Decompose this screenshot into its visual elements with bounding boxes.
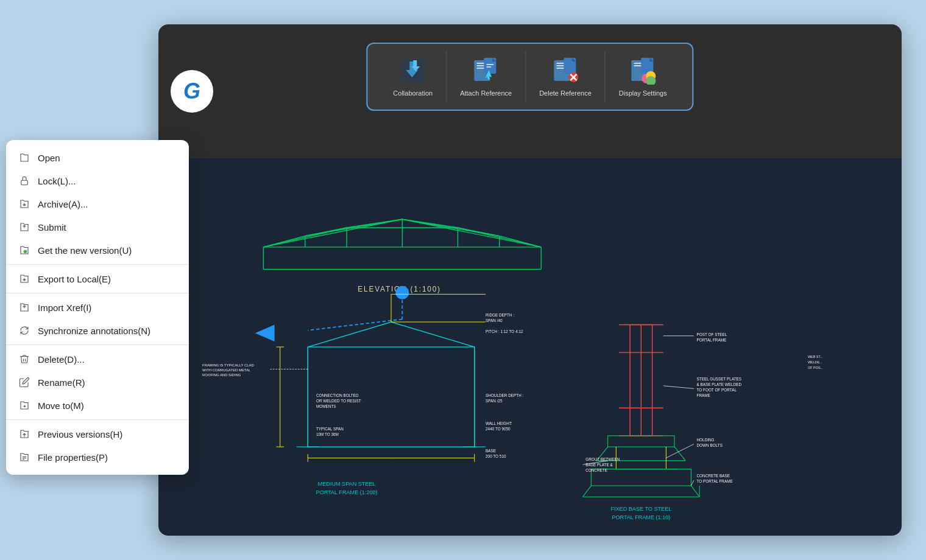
attach-reference-icon <box>472 56 501 85</box>
menu-item-file-properties[interactable]: File properties(P) <box>6 446 189 469</box>
separator-2 <box>6 293 189 293</box>
delete-reference-button[interactable]: Delete Reference <box>526 51 606 102</box>
svg-text:WITH CORRUGATED METAL: WITH CORRUGATED METAL <box>202 368 251 372</box>
svg-point-55 <box>395 286 409 299</box>
context-menu: Open Lock(L)... Archive(A)... Submit <box>6 140 189 475</box>
svg-text:FRAMING IS TYPICALLY CLAD: FRAMING IS TYPICALLY CLAD <box>202 363 254 367</box>
move-to-icon <box>18 399 30 411</box>
svg-rect-9 <box>487 64 494 65</box>
menu-item-synchronize[interactable]: Synchronize annotations(N) <box>6 319 189 342</box>
menu-item-import-xref[interactable]: Import Xref(I) <box>6 296 189 319</box>
export-local-label: Export to Local(E) <box>38 274 111 284</box>
menu-item-lock[interactable]: Lock(L)... <box>6 169 189 192</box>
menu-item-open[interactable]: Open <box>6 146 189 169</box>
svg-text:PITCH : 1:12 TO 4:12: PITCH : 1:12 TO 4:12 <box>486 329 523 334</box>
svg-text:10M TO 36M: 10M TO 36M <box>316 432 339 436</box>
file-properties-icon <box>18 451 30 463</box>
menu-item-delete[interactable]: Delete(D)... <box>6 348 189 371</box>
svg-text:CONNECTION BOLTED: CONNECTION BOLTED <box>316 393 359 397</box>
svg-text:CONCRETE: CONCRETE <box>585 468 607 472</box>
lock-label: Lock(L)... <box>38 176 76 186</box>
svg-text:RIDGE DEPTH :: RIDGE DEPTH : <box>486 313 514 317</box>
logo-letter: G <box>183 79 200 104</box>
import-xref-label: Import Xref(I) <box>38 303 91 313</box>
svg-text:WEB ST...: WEB ST... <box>808 355 823 359</box>
get-new-version-label: Get the new version(U) <box>38 245 132 256</box>
svg-text:TYPICAL SPAN: TYPICAL SPAN <box>316 427 344 431</box>
menu-item-submit[interactable]: Submit <box>6 215 189 239</box>
delete-label: Delete(D)... <box>38 354 85 365</box>
ribbon-group: Collaboration <box>366 43 693 111</box>
svg-text:WALL HEIGHT:: WALL HEIGHT: <box>486 421 512 425</box>
svg-text:ROOFING AND SIDING: ROOFING AND SIDING <box>202 373 241 377</box>
svg-rect-23 <box>634 65 642 66</box>
synchronize-icon <box>18 324 30 337</box>
attach-reference-label: Attach Reference <box>460 89 512 97</box>
svg-text:BASE: BASE <box>486 449 496 453</box>
svg-text:SPAN /40: SPAN /40 <box>486 318 503 323</box>
svg-text:GROUT BETWEEN: GROUT BETWEEN <box>585 457 620 461</box>
import-xref-icon <box>18 301 30 313</box>
collaboration-icon <box>398 56 428 85</box>
menu-item-export-local[interactable]: Export to Local(E) <box>6 267 189 290</box>
toolbar: G Collaboration <box>158 24 902 158</box>
svg-text:PORTAL FRAME (1:10): PORTAL FRAME (1:10) <box>612 514 670 520</box>
svg-text:MOMENTS: MOMENTS <box>316 404 336 408</box>
attach-reference-button[interactable]: Attach Reference <box>447 51 526 102</box>
svg-text:MEDIUM  SPAN STEEL: MEDIUM SPAN STEEL <box>318 481 376 487</box>
collaboration-button[interactable]: Collaboration <box>380 51 447 102</box>
rename-icon <box>18 376 30 388</box>
display-settings-icon <box>628 56 657 85</box>
previous-versions-icon <box>18 428 30 440</box>
lock-icon <box>18 175 30 187</box>
display-settings-button[interactable]: Display Settings <box>606 51 680 102</box>
svg-text:DOWN BOLTS: DOWN BOLTS <box>697 443 723 447</box>
svg-rect-5 <box>477 65 486 66</box>
svg-text:PORTAL FRAME (1:200): PORTAL FRAME (1:200) <box>316 489 378 495</box>
menu-item-archive[interactable]: Archive(A)... <box>6 192 189 215</box>
delete-icon <box>18 353 30 365</box>
svg-text:OF POS...: OF POS... <box>808 366 824 369</box>
move-to-label: Move to(M) <box>38 401 84 411</box>
svg-rect-14 <box>556 65 565 66</box>
archive-label: Archive(A)... <box>38 199 88 209</box>
open-label: Open <box>38 153 60 163</box>
svg-text:BASE PLATE &: BASE PLATE & <box>585 463 613 467</box>
app-logo: G <box>171 70 213 113</box>
menu-item-previous-versions[interactable]: Previous versions(H) <box>6 422 189 446</box>
svg-text:FRAME: FRAME <box>697 393 710 397</box>
svg-text:TO PORTAL FRAME: TO PORTAL FRAME <box>697 479 733 483</box>
svg-text:& BASE PLATE WELDED: & BASE PLATE WELDED <box>697 382 742 387</box>
previous-versions-label: Previous versions(H) <box>38 429 122 439</box>
svg-text:2440 TO 9050: 2440 TO 9050 <box>486 427 511 431</box>
file-properties-label: File properties(P) <box>38 452 108 463</box>
delete-reference-label: Delete Reference <box>539 89 592 97</box>
svg-point-136 <box>24 250 27 253</box>
svg-text:POST OF STEEL: POST OF STEEL <box>697 332 727 337</box>
svg-rect-135 <box>21 180 28 185</box>
svg-text:OR WELDED TO RESIST: OR WELDED TO RESIST <box>316 399 361 403</box>
submit-icon <box>18 221 30 233</box>
svg-rect-10 <box>487 66 492 68</box>
svg-text:PORTAL FRAME: PORTAL FRAME <box>697 338 727 342</box>
svg-text:SPAN /25: SPAN /25 <box>486 399 503 403</box>
cad-canvas: ELEVATION (1:100) <box>158 158 902 536</box>
separator-3 <box>6 345 189 345</box>
menu-item-rename[interactable]: Rename(R) <box>6 371 189 394</box>
export-local-icon <box>18 273 30 285</box>
svg-text:HOLDING: HOLDING <box>697 438 715 442</box>
svg-text:FIXED BASE TO STEEL: FIXED BASE TO STEEL <box>610 506 671 512</box>
rename-label: Rename(R) <box>38 377 85 388</box>
delete-reference-icon <box>551 56 580 85</box>
svg-rect-29 <box>197 158 863 536</box>
menu-item-move-to[interactable]: Move to(M) <box>6 394 189 417</box>
svg-text:STEEL GUSSET PLATES: STEEL GUSSET PLATES <box>697 377 742 381</box>
svg-text:TO FOOT OF PORTAL: TO FOOT OF PORTAL <box>697 388 737 392</box>
archive-icon <box>18 198 30 210</box>
app-window: G Collaboration <box>158 24 902 536</box>
svg-text:SHOULDER DEPTH :: SHOULDER DEPTH : <box>486 393 524 397</box>
synchronize-label: Synchronize annotations(N) <box>38 326 150 336</box>
svg-text:200 TO 510: 200 TO 510 <box>486 454 506 458</box>
menu-item-get-new-version[interactable]: Get the new version(U) <box>6 239 189 262</box>
get-new-version-icon <box>18 244 30 256</box>
